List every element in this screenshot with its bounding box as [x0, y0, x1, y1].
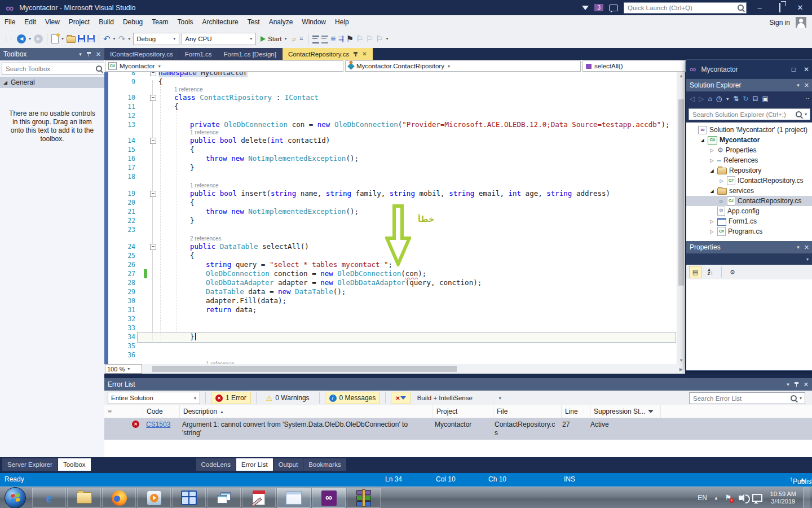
- column-code[interactable]: Code: [143, 405, 180, 418]
- fold-collapse-button[interactable]: −: [150, 72, 156, 76]
- menu-view[interactable]: View: [41, 15, 64, 29]
- error-source-combo[interactable]: Build + IntelliSense▾: [414, 392, 505, 404]
- solution-search-box[interactable]: ▾: [689, 108, 810, 120]
- taskbar-internet-explorer[interactable]: e: [32, 488, 66, 508]
- new-file-icon[interactable]: [51, 34, 59, 43]
- indent-guides-icon[interactable]: [312, 36, 319, 43]
- scrollbar-thumb[interactable]: [152, 366, 457, 372]
- categorized-view-icon[interactable]: ▤: [689, 266, 701, 278]
- codelens-reference-link[interactable]: 1 reference: [190, 182, 219, 189]
- undo-icon[interactable]: ↶: [103, 34, 111, 43]
- tree-item-mycontactor[interactable]: ◢C#Mycontactor: [686, 135, 812, 145]
- redo-dropdown[interactable]: ▾: [128, 36, 130, 41]
- code-line[interactable]: OleDbConnection conction = new OleDbConn…: [206, 269, 426, 278]
- collapsed-icon[interactable]: ▷: [709, 219, 715, 224]
- warnings-filter-button[interactable]: ⚠ 0 Warnings: [262, 392, 314, 404]
- code-line[interactable]: adapter.Fill(data);: [206, 296, 286, 305]
- taskbar-media-player[interactable]: [137, 488, 171, 508]
- code-line[interactable]: {: [190, 145, 195, 154]
- code-line[interactable]: return data;: [206, 305, 257, 314]
- back-icon[interactable]: ◁: [690, 95, 695, 103]
- solution-explorer-close-icon[interactable]: ✕: [804, 82, 809, 88]
- column-line[interactable]: Line: [562, 405, 590, 418]
- scroll-up-icon[interactable]: ▲: [677, 73, 685, 78]
- menu-debug[interactable]: Debug: [118, 15, 147, 29]
- collapsed-icon[interactable]: ▷: [709, 229, 715, 234]
- code-line[interactable]: {: [190, 198, 195, 207]
- forward-icon[interactable]: ▷: [699, 95, 704, 103]
- network-icon[interactable]: [752, 494, 762, 502]
- editor-horizontal-scrollbar[interactable]: ◀ ▶: [142, 365, 685, 373]
- code-line[interactable]: class ContactRipository : IContact: [174, 93, 319, 102]
- show-desktop-button[interactable]: [803, 487, 810, 508]
- tree-item-program-cs[interactable]: ▷C#Program.cs: [686, 226, 812, 237]
- properties-object-combo[interactable]: ▾: [686, 253, 812, 265]
- save-icon[interactable]: [78, 35, 85, 42]
- tab-icontactrepository-cs[interactable]: IContactRepository.cs: [104, 48, 179, 60]
- menu-architecture[interactable]: Architecture: [198, 15, 243, 29]
- code-line[interactable]: OleDbDataAdapter adapter = new OleDbData…: [206, 278, 482, 287]
- fold-collapse-button[interactable]: −: [150, 191, 156, 197]
- expanded-icon[interactable]: ◢: [709, 168, 715, 173]
- toolbox-menu-icon[interactable]: ▾: [79, 51, 82, 57]
- close-icon[interactable]: ✕: [804, 65, 809, 73]
- pin-tab-icon[interactable]: [353, 51, 358, 57]
- error-list-search-box[interactable]: ▾: [689, 392, 805, 404]
- code-line[interactable]: }: [190, 332, 196, 341]
- tree-item-app-config[interactable]: ⚙App.config: [686, 206, 812, 216]
- home-icon[interactable]: ⌂: [708, 95, 712, 103]
- code-line[interactable]: {: [158, 77, 163, 86]
- expanded-icon[interactable]: ◢: [699, 138, 705, 143]
- code-line[interactable]: {: [190, 251, 195, 260]
- toolbar-overflow-icon[interactable]: ··: [805, 95, 809, 103]
- minimize-button[interactable]: –: [752, 3, 767, 12]
- menu-file[interactable]: File: [0, 15, 20, 29]
- fold-collapse-button[interactable]: −: [150, 138, 156, 144]
- user-avatar[interactable]: [796, 17, 806, 28]
- error-list-pin-icon[interactable]: [794, 382, 799, 387]
- navigate-backward-icon[interactable]: ◀: [17, 34, 26, 43]
- publish-dropdown-icon[interactable]: ▴: [801, 475, 804, 483]
- codelens-reference-link[interactable]: 2 references: [190, 235, 222, 242]
- code-line[interactable]: {: [174, 102, 179, 111]
- taskbar-winrar[interactable]: [347, 488, 381, 508]
- error-list-menu-icon[interactable]: ▾: [787, 382, 789, 387]
- maximize-icon[interactable]: □: [792, 65, 796, 73]
- menu-tools[interactable]: Tools: [173, 15, 198, 29]
- taskbar-notebook-app[interactable]: [242, 488, 276, 508]
- expanded-icon[interactable]: ◢: [709, 189, 715, 194]
- open-file-icon[interactable]: [67, 36, 76, 43]
- code-editor[interactable]: 8−namespace Mycontactor9{1 reference10−c…: [104, 72, 685, 364]
- code-line[interactable]: throw new NotImplementedException();: [206, 154, 359, 163]
- error-code-link[interactable]: CS1503: [146, 421, 170, 429]
- prev-bookmark-icon[interactable]: ⚐: [356, 34, 363, 43]
- toolbox-close-icon[interactable]: ✕: [96, 51, 101, 57]
- bottom-tab-server-explorer[interactable]: Server Explorer: [2, 458, 58, 471]
- find-in-files-icon[interactable]: ⌕: [292, 34, 297, 43]
- solution-search-input[interactable]: [691, 111, 793, 119]
- undo-dropdown[interactable]: ▾: [113, 36, 116, 41]
- code-line[interactable]: public DataTable selectAll(): [190, 242, 309, 251]
- close-button[interactable]: ✕: [793, 3, 807, 12]
- column-file[interactable]: File: [493, 405, 562, 418]
- tray-expand-icon[interactable]: ▲: [714, 496, 718, 501]
- bookmark-icon[interactable]: ⚑: [346, 34, 354, 43]
- language-indicator[interactable]: EN: [698, 494, 707, 502]
- quick-launch-input[interactable]: [626, 4, 738, 12]
- code-line[interactable]: private OleDbConnection con = new OleDbC…: [190, 120, 669, 129]
- toolbox-pin-icon[interactable]: [86, 51, 91, 57]
- menu-team[interactable]: Team: [147, 15, 173, 29]
- scroll-down-icon[interactable]: ▼: [677, 358, 685, 363]
- type-dropdown[interactable]: Mycontactor.ContactRipository▾: [345, 60, 581, 72]
- project-dropdown[interactable]: C# Mycontactor▾: [105, 60, 343, 72]
- bottom-tab-error-list[interactable]: Error List: [236, 458, 273, 471]
- collapse-all-icon[interactable]: ⊟: [752, 95, 758, 103]
- tab-form1-cs-design[interactable]: Form1.cs [Design]: [218, 48, 282, 60]
- scroll-right-icon[interactable]: ▶: [679, 367, 683, 372]
- redo-icon[interactable]: ↷: [118, 34, 126, 43]
- error-list-close-icon[interactable]: ✕: [804, 382, 809, 387]
- menu-analyze[interactable]: Analyze: [264, 15, 298, 29]
- tree-item-repository[interactable]: ◢Repository: [686, 165, 812, 176]
- solution-explorer-menu-icon[interactable]: ▾: [797, 82, 800, 88]
- taskbar-blue-window-app[interactable]: [172, 488, 206, 508]
